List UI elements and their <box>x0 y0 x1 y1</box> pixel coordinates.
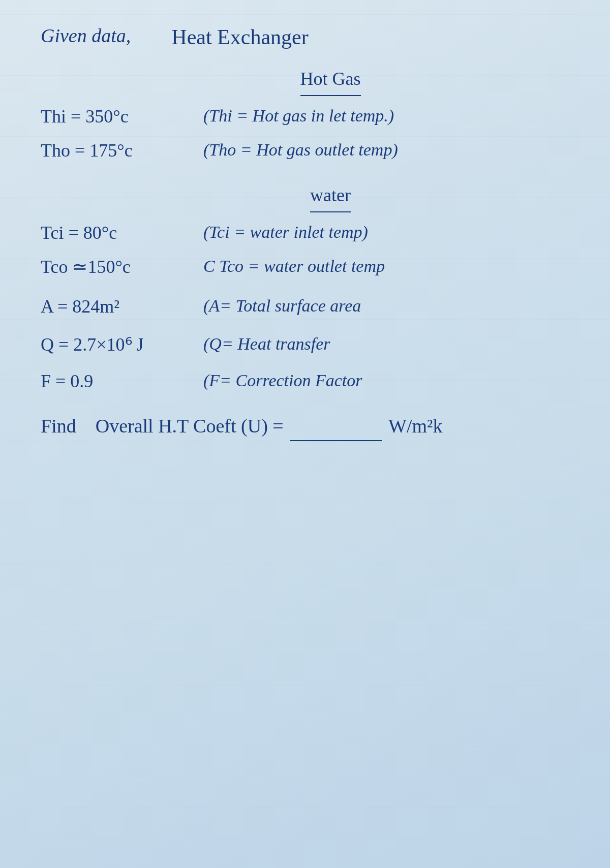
find-section: Find Overall H.T Coeft (U) = W/m²k <box>41 411 580 442</box>
thi-equation: Thi = 350°c <box>41 102 173 132</box>
water-header: water <box>310 181 351 212</box>
tci-equation: Tci = 80°c <box>41 219 173 248</box>
thi-row: Thi = 350°c (Thi = Hot gas in let temp.) <box>41 102 580 132</box>
title-section: Given data, Heat Exchanger <box>41 20 580 54</box>
tco-row: Tco ≃150°c C Tco = water outlet temp <box>41 253 580 282</box>
correction-row: F = 0.9 (F= Correction Factor <box>41 367 580 396</box>
heat-transfer-row: Q = 2.7×10⁶ J (Q= Heat transfer <box>41 330 580 360</box>
heat-transfer-definition: (Q= Heat transfer <box>203 330 330 358</box>
find-text: Overall H.T Coeft (U) = <box>96 415 284 437</box>
tho-row: Tho = 175°c (Tho = Hot gas outlet temp) <box>41 136 580 166</box>
find-label: Find <box>41 415 76 437</box>
heat-exchanger-title: Heat Exchanger <box>171 20 308 54</box>
tco-equation: Tco ≃150°c <box>41 253 173 282</box>
tco-definition: C Tco = water outlet temp <box>203 253 385 280</box>
tci-definition: (Tci = water inlet temp) <box>203 219 368 246</box>
correction-equation: F = 0.9 <box>41 367 173 396</box>
tho-definition: (Tho = Hot gas outlet temp) <box>203 136 398 164</box>
water-header-section: water <box>81 181 580 212</box>
area-row: A = 824m² (A= Total surface area <box>41 292 580 322</box>
given-data-label: Given data, <box>41 20 131 51</box>
area-definition: (A= Total surface area <box>203 292 361 320</box>
tho-equation: Tho = 175°c <box>41 136 173 166</box>
hot-gas-header-section: Hot Gas <box>81 65 580 96</box>
find-unit: W/m²k <box>388 415 442 437</box>
correction-definition: (F= Correction Factor <box>203 367 362 394</box>
heat-transfer-equation: Q = 2.7×10⁶ J <box>41 330 173 360</box>
answer-blank <box>290 440 382 441</box>
tci-row: Tci = 80°c (Tci = water inlet temp) <box>41 219 580 248</box>
area-equation: A = 824m² <box>41 292 173 322</box>
hot-gas-header: Hot Gas <box>300 65 361 96</box>
thi-definition: (Thi = Hot gas in let temp.) <box>203 102 394 130</box>
